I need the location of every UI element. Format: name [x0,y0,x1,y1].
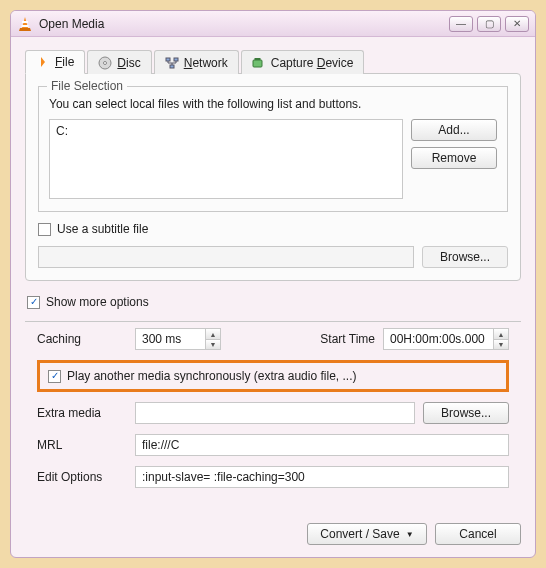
dropdown-icon: ▼ [406,530,414,539]
tab-file[interactable]: File [25,50,85,74]
add-button[interactable]: Add... [411,119,497,141]
capture-icon [252,56,266,70]
titlebar: Open Media — ▢ ✕ [11,11,535,37]
svg-rect-7 [166,58,170,61]
extra-media-input[interactable] [135,402,415,424]
show-more-row: Show more options [27,295,521,309]
extra-media-label: Extra media [37,406,127,420]
tab-capture[interactable]: Capture Device [241,50,365,74]
edit-options-input[interactable] [135,466,509,488]
svg-marker-3 [19,28,31,31]
start-time-input[interactable]: ▲▼ [383,328,509,350]
close-button[interactable]: ✕ [505,16,529,32]
separator [25,321,521,322]
play-sync-checkbox[interactable] [48,370,61,383]
open-media-window: Open Media — ▢ ✕ File Disc [10,10,536,558]
file-list[interactable]: C: [49,119,403,199]
spin-up[interactable]: ▲ [205,328,221,339]
svg-marker-4 [41,57,45,67]
extra-browse-button[interactable]: Browse... [423,402,509,424]
spin-up[interactable]: ▲ [493,328,509,339]
edit-options-label: Edit Options [37,470,127,484]
start-time-label: Start Time [295,332,375,346]
options-area: Caching ▲▼ Start Time ▲▼ Play another me… [25,328,521,492]
spin-down[interactable]: ▼ [205,339,221,350]
subtitle-checkbox[interactable] [38,223,51,236]
remove-button[interactable]: Remove [411,147,497,169]
vlc-icon [17,16,33,32]
file-icon [36,55,50,69]
footer: Convert / Save▼ Cancel [11,513,535,557]
disc-icon [98,56,112,70]
svg-rect-9 [170,65,174,68]
play-sync-label: Play another media synchronously (extra … [67,369,356,383]
subtitle-checkbox-row: Use a subtitle file [38,222,508,236]
network-icon [165,56,179,70]
svg-rect-11 [254,58,260,60]
cancel-button[interactable]: Cancel [435,523,521,545]
tabs: File Disc Network Capture Device [25,50,521,74]
mrl-input[interactable] [135,434,509,456]
svg-rect-2 [22,25,29,27]
tab-network[interactable]: Network [154,50,239,74]
subtitle-browse-button: Browse... [422,246,508,268]
play-sync-row: Play another media synchronously (extra … [37,360,509,392]
file-selection-hint: You can select local files with the foll… [49,97,497,111]
subtitle-path-input [38,246,414,268]
file-selection-group: File Selection You can select local file… [38,86,508,212]
maximize-button[interactable]: ▢ [477,16,501,32]
svg-rect-10 [253,60,262,67]
caching-label: Caching [37,332,127,346]
subtitle-label: Use a subtitle file [57,222,148,236]
spin-down[interactable]: ▼ [493,339,509,350]
tab-panel-file: File Selection You can select local file… [25,73,521,281]
mrl-label: MRL [37,438,127,452]
svg-rect-8 [174,58,178,61]
list-item[interactable]: C: [56,124,396,138]
file-selection-legend: File Selection [47,79,127,93]
window-title: Open Media [39,17,445,31]
svg-rect-1 [22,21,28,23]
svg-point-6 [104,61,107,64]
show-more-label: Show more options [46,295,149,309]
caching-input[interactable]: ▲▼ [135,328,221,350]
tab-disc[interactable]: Disc [87,50,151,74]
convert-save-button[interactable]: Convert / Save▼ [307,523,427,545]
show-more-checkbox[interactable] [27,296,40,309]
minimize-button[interactable]: — [449,16,473,32]
